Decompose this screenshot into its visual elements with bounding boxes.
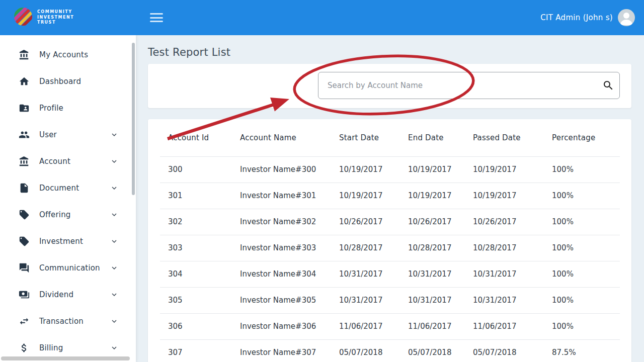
cell-percentage: 100% [544, 287, 620, 313]
sidebar-item-communication[interactable]: Communication [0, 254, 136, 281]
menu-toggle-icon[interactable] [150, 13, 163, 23]
cell-account-id: 300 [160, 156, 232, 183]
cell-percentage: 87.5% [544, 339, 620, 362]
payment-icon [18, 289, 30, 301]
cell-account-id: 302 [160, 209, 232, 235]
sidebar-item-my-accounts[interactable]: My Accounts [0, 41, 136, 68]
sidebar-item-label: My Accounts [39, 50, 88, 59]
cell-start-date: 11/06/2017 [331, 313, 400, 339]
search-icon[interactable] [597, 79, 619, 92]
cell-end-date: 11/06/2017 [400, 313, 465, 339]
sidebar-item-label: Offering [39, 210, 71, 219]
sidebar-item-profile[interactable]: Profile [0, 95, 136, 121]
cell-start-date: 05/07/2018 [331, 339, 400, 362]
report-table-card: Account Id Account Name Start Date End D… [148, 119, 631, 362]
cell-percentage: 100% [544, 209, 620, 235]
sidebar-item-label: Profile [39, 104, 63, 113]
sidebar-item-investment[interactable]: Investment [0, 228, 136, 254]
cell-account-id: 307 [160, 339, 232, 362]
sidebar-item-offering[interactable]: Offering [0, 201, 136, 228]
sidebar-item-dashboard[interactable]: Dashboard [0, 68, 136, 95]
chevron-down-icon [110, 184, 119, 193]
report-table: Account Id Account Name Start Date End D… [160, 119, 620, 362]
sidebar-item-label: Dividend [39, 290, 73, 299]
folder-user-icon [18, 102, 30, 114]
cell-percentage: 100% [544, 183, 620, 209]
page-title: Test Report List [148, 46, 230, 58]
sidebar-item-label: Transaction [39, 317, 84, 326]
sidebar-item-label: Communication [39, 263, 100, 273]
sidebar-nav: My Accounts Dashboard Profile User Accou… [0, 35, 136, 362]
cell-account-name: Investor Name#304 [232, 261, 331, 287]
cell-percentage: 100% [544, 313, 620, 339]
top-header: COMMUNITY INVESTMENT TRUST CIT Admin (Jo… [0, 0, 644, 35]
cell-end-date: 10/26/2017 [400, 209, 465, 235]
sidebar-horizontal-scrollbar[interactable] [1, 356, 130, 360]
brand-logo[interactable]: COMMUNITY INVESTMENT TRUST [13, 7, 114, 29]
sidebar-item-user[interactable]: User [0, 121, 136, 148]
cell-account-name: Investor Name#307 [232, 339, 331, 362]
cell-account-name: Investor Name#302 [232, 209, 331, 235]
cell-start-date: 10/31/2017 [331, 287, 400, 313]
chevron-down-icon [110, 237, 119, 246]
cell-passed-date: 10/19/2017 [465, 156, 544, 183]
chevron-down-icon [110, 210, 119, 219]
chevron-down-icon [110, 317, 119, 326]
sidebar-item-label: Investment [39, 237, 83, 246]
cell-passed-date: 10/31/2017 [465, 287, 544, 313]
tag-icon [18, 209, 30, 221]
sidebar-item-label: Account [39, 157, 70, 166]
table-row: 304 Investor Name#304 10/31/2017 10/31/2… [160, 261, 620, 287]
brand-logo-text: COMMUNITY INVESTMENT TRUST [37, 10, 74, 25]
column-header: End Date [400, 119, 465, 156]
cell-end-date: 10/31/2017 [400, 287, 465, 313]
cell-passed-date: 05/07/2018 [465, 339, 544, 362]
cell-account-name: Investor Name#301 [232, 183, 331, 209]
chevron-down-icon [110, 157, 119, 166]
cell-start-date: 10/26/2017 [331, 209, 400, 235]
table-row: 303 Investor Name#303 10/28/2017 10/28/2… [160, 235, 620, 261]
cell-percentage: 100% [544, 261, 620, 287]
sidebar-item-label: Dashboard [39, 77, 81, 86]
cell-account-id: 305 [160, 287, 232, 313]
cell-account-name: Investor Name#306 [232, 313, 331, 339]
sidebar-item-label: User [39, 130, 57, 139]
cell-passed-date: 11/06/2017 [465, 313, 544, 339]
bank-icon [18, 155, 30, 167]
search-input[interactable] [318, 72, 597, 99]
cell-account-id: 306 [160, 313, 232, 339]
column-header: Account Id [160, 119, 232, 156]
cell-account-name: Investor Name#300 [232, 156, 331, 183]
user-avatar[interactable] [618, 9, 635, 26]
table-row: 302 Investor Name#302 10/26/2017 10/26/2… [160, 209, 620, 235]
cell-start-date: 10/19/2017 [331, 183, 400, 209]
table-row: 305 Investor Name#305 10/31/2017 10/31/2… [160, 287, 620, 313]
column-header: Account Name [232, 119, 331, 156]
cell-account-id: 303 [160, 235, 232, 261]
cell-end-date: 05/07/2018 [400, 339, 465, 362]
swap-icon [18, 315, 30, 327]
cell-percentage: 100% [544, 235, 620, 261]
home-icon [18, 75, 30, 87]
table-row: 301 Investor Name#301 10/19/2017 10/19/2… [160, 183, 620, 209]
cell-account-name: Investor Name#305 [232, 287, 331, 313]
cell-percentage: 100% [544, 156, 620, 183]
logged-in-user-label: CIT Admin (John s) [540, 13, 613, 22]
column-header: Percentage [544, 119, 620, 156]
cell-passed-date: 10/26/2017 [465, 209, 544, 235]
column-header: Start Date [331, 119, 400, 156]
chevron-down-icon [110, 343, 119, 352]
main-content: Test Report List Account Id Account Name… [136, 35, 644, 362]
cell-account-id: 304 [160, 261, 232, 287]
sidebar-item-document[interactable]: Document [0, 174, 136, 201]
sidebar-item-account[interactable]: Account [0, 148, 136, 174]
sidebar-vertical-scrollbar[interactable] [132, 43, 135, 195]
bank-icon [18, 49, 30, 61]
column-header: Passed Date [465, 119, 544, 156]
chevron-down-icon [110, 290, 119, 299]
chat-icon [18, 262, 30, 274]
chevron-down-icon [110, 130, 119, 139]
sidebar-item-dividend[interactable]: Dividend [0, 281, 136, 308]
cell-account-name: Investor Name#303 [232, 235, 331, 261]
sidebar-item-transaction[interactable]: Transaction [0, 308, 136, 334]
